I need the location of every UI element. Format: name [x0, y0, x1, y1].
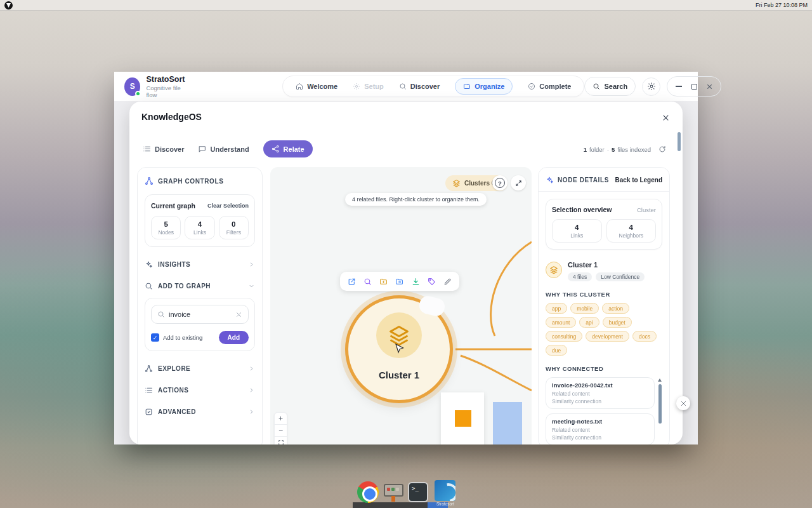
stat-value: 4 [185, 220, 214, 228]
tag[interactable]: mobile [570, 303, 599, 314]
tab-discover[interactable]: Discover [143, 145, 184, 153]
nav-item-welcome[interactable]: Welcome [296, 83, 337, 90]
zoom-in-button[interactable]: + [275, 413, 287, 424]
stat-value: 4 [607, 224, 656, 231]
tab-understand[interactable]: Understand [198, 145, 249, 153]
tag[interactable]: docs [632, 331, 657, 342]
tag[interactable]: action [602, 303, 629, 314]
nav-label: Welcome [307, 83, 337, 90]
section-advanced[interactable]: ADVANCED [145, 408, 255, 416]
current-graph-card: Current graph Clear Selection 5 Nodes 4 … [145, 194, 255, 247]
section-actions[interactable]: ACTIONS [145, 386, 255, 394]
zoom-fit-button[interactable] [275, 437, 287, 444]
clear-selection-link[interactable]: Clear Selection [207, 203, 249, 209]
minimap-viewport[interactable] [493, 402, 522, 444]
connection-reason: Similarity connection [552, 434, 648, 441]
terminal-icon[interactable]: >_ [408, 482, 428, 502]
stratosort-window: S StratoSort Cognitive file flow Welcome… [114, 72, 698, 444]
close-icon [680, 400, 687, 407]
presentation-icon[interactable] [384, 484, 403, 497]
node-details-header: NODE DETAILS [546, 176, 609, 184]
add-to-existing-checkbox[interactable]: ✓ [151, 333, 159, 342]
stat-label: Filters [219, 229, 248, 236]
panel-title: GRAPH CONTROLS [158, 178, 223, 185]
section-label: ADD TO GRAPH [158, 283, 211, 290]
modal-scrollbar-thumb[interactable] [678, 132, 681, 151]
system-menu-icon[interactable] [4, 1, 13, 10]
graph-controls-header: GRAPH CONTROLS [145, 177, 255, 185]
section-add-to-graph[interactable]: ADD TO GRAPH [145, 282, 255, 290]
connected-files-list[interactable]: invoice-2026-0042.txt Related content Si… [546, 377, 662, 444]
tag[interactable]: consulting [546, 331, 582, 342]
main-nav: Welcome Setup Discover Organize Complete [282, 76, 584, 97]
tag-button[interactable] [428, 277, 436, 286]
fullscreen-button[interactable] [511, 175, 526, 190]
file-name: meeting-notes.txt [552, 418, 648, 425]
network-icon [145, 177, 154, 185]
floating-close-button[interactable] [676, 396, 690, 410]
section-explore[interactable]: EXPLORE [145, 364, 255, 373]
nav-item-discover[interactable]: Discover [399, 83, 440, 90]
minimap[interactable] [441, 392, 484, 444]
edit-button[interactable] [443, 277, 452, 286]
checkbox-label: Add to existing [163, 334, 202, 341]
modal-close-button[interactable] [658, 110, 672, 124]
section-label: EXPLORE [158, 365, 190, 372]
fit-view-icon [278, 439, 284, 444]
list-item[interactable]: invoice-2026-0042.txt Related content Si… [546, 377, 655, 409]
panel-title: NODE DETAILS [558, 177, 609, 184]
search-button[interactable]: Search [584, 77, 636, 96]
external-link-icon [348, 277, 356, 286]
cluster-name: Cluster 1 [568, 261, 598, 269]
overview-title: Selection overview [552, 206, 612, 213]
graph-canvas[interactable]: Clusters On ? 4 related files. Right-cli… [270, 167, 532, 444]
settings-button[interactable] [642, 77, 660, 96]
back-to-legend-link[interactable]: Back to Legend [615, 177, 662, 184]
maximize-button[interactable] [686, 79, 702, 94]
tab-relate[interactable]: Relate [263, 140, 313, 157]
minimize-button[interactable] [671, 79, 686, 94]
tag[interactable]: api [579, 317, 599, 328]
section-insights[interactable]: INSIGHTS [145, 260, 255, 269]
folder-add-button[interactable] [379, 277, 388, 286]
system-logo-glyph [6, 3, 11, 8]
nav-label: Complete [539, 83, 571, 90]
scroll-up-arrow[interactable] [658, 378, 662, 382]
tag[interactable]: budget [603, 317, 632, 328]
stat-value: 4 [553, 224, 601, 231]
folder-plus-icon [379, 277, 388, 286]
search-node-button[interactable] [363, 277, 372, 286]
cluster-label: Cluster 1 [348, 370, 450, 380]
graph-search-input[interactable] [169, 311, 232, 318]
nav-item-setup[interactable]: Setup [353, 83, 384, 90]
folder-move-button[interactable] [395, 277, 403, 286]
nav-item-organize[interactable]: Organize [455, 78, 513, 95]
chrome-icon[interactable] [357, 481, 379, 503]
add-button[interactable]: Add [219, 331, 249, 344]
tag[interactable]: app [546, 303, 567, 314]
sparkles-icon [145, 260, 153, 269]
folder-count: 1 [584, 146, 587, 153]
files-label: files indexed [617, 146, 651, 153]
stratosort-dock-icon[interactable] [435, 480, 455, 501]
refresh-button[interactable] [658, 145, 666, 153]
list-item[interactable]: meeting-notes.txt Related content Simila… [546, 413, 655, 444]
divider [539, 191, 669, 192]
scrollbar-thumb[interactable] [658, 384, 662, 424]
download-button[interactable] [412, 277, 420, 286]
tag[interactable]: amount [546, 317, 576, 328]
home-icon [296, 83, 303, 90]
open-external-button[interactable] [348, 277, 356, 286]
tag[interactable]: due [546, 345, 567, 356]
graph-search-field[interactable] [151, 305, 249, 324]
clear-search-button[interactable] [235, 311, 242, 318]
zoom-out-button[interactable]: − [275, 425, 287, 436]
separator: · [607, 146, 609, 153]
list-scrollbar[interactable] [657, 377, 662, 444]
nav-item-complete[interactable]: Complete [528, 83, 571, 90]
tag[interactable]: development [586, 331, 629, 342]
index-summary: 1 folder · 5 files indexed [584, 145, 666, 153]
help-button[interactable]: ? [492, 175, 508, 190]
close-button[interactable] [702, 79, 717, 94]
section-label: ACTIONS [158, 387, 189, 394]
